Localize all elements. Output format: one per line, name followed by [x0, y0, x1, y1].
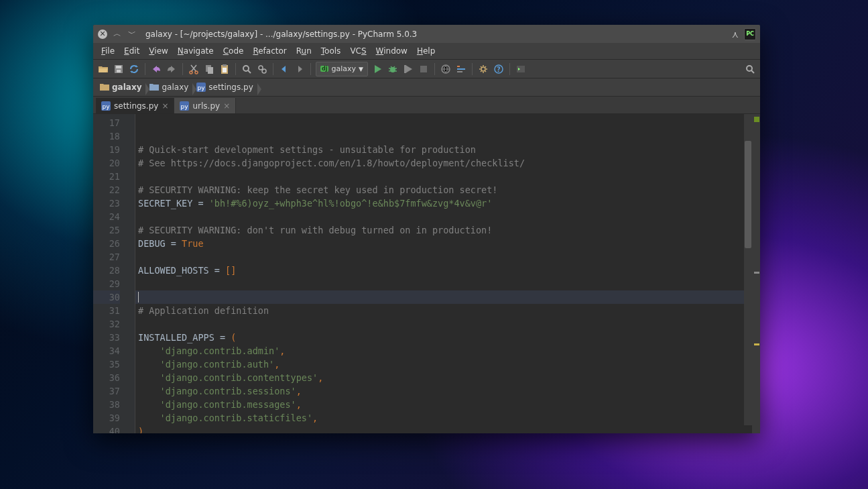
vcs-icon[interactable] [440, 63, 452, 75]
folder-icon [100, 83, 109, 91]
tab-close-icon[interactable]: × [162, 101, 168, 111]
text-caret [138, 292, 139, 303]
svg-rect-15 [420, 66, 427, 72]
settings-icon[interactable] [477, 63, 489, 75]
svg-rect-18 [457, 68, 465, 70]
code-line [135, 250, 752, 264]
open-icon[interactable] [97, 63, 109, 75]
pycharm-icon: PC [744, 28, 756, 40]
code-line: # See https://docs.djangoproject.com/en/… [135, 156, 752, 170]
replace-icon[interactable] [256, 63, 268, 75]
menu-view[interactable]: View [145, 45, 172, 57]
search-everywhere-icon[interactable] [744, 63, 756, 75]
window-options-icon[interactable]: ⋏ [732, 29, 739, 40]
error-stripe-mark[interactable] [754, 343, 759, 345]
toolbar-separator [434, 63, 435, 75]
error-stripe-mark[interactable] [754, 117, 759, 122]
sync-icon[interactable] [128, 63, 140, 75]
menubar: File Edit View Navigate Code Refactor Ru… [93, 43, 760, 60]
breadcrumb-label: galaxy [162, 83, 188, 92]
menu-window[interactable]: Window [372, 45, 412, 57]
save-icon[interactable] [113, 63, 125, 75]
python-console-icon[interactable] [515, 63, 527, 75]
tab-close-icon[interactable]: × [223, 101, 230, 111]
toolbar-separator [145, 63, 145, 75]
svg-text:?: ? [497, 66, 501, 73]
code-line: DEBUG = True [135, 237, 752, 250]
copy-icon[interactable] [203, 63, 215, 75]
titlebar: ✕ ︿ ﹀ galaxy - [~/projects/galaxy] - ...… [93, 25, 760, 43]
breadcrumb-folder[interactable]: galaxy [147, 81, 194, 93]
svg-text:py: py [198, 85, 206, 91]
code-line: 'django.contrib.sessions', [135, 384, 752, 398]
menu-help[interactable]: Help [413, 45, 439, 57]
cut-icon[interactable] [188, 63, 200, 75]
breadcrumb-label: settings.py [208, 83, 253, 92]
paste-icon[interactable] [219, 63, 231, 75]
code-area[interactable]: # Quick-start development settings - uns… [135, 114, 752, 433]
code-line: 'django.contrib.contenttypes', [135, 371, 752, 384]
menu-refactor[interactable]: Refactor [249, 45, 290, 57]
code-line: 'django.contrib.auth', [135, 358, 752, 371]
scrollbar-thumb[interactable] [745, 141, 751, 248]
toolbar-separator [235, 63, 236, 75]
forward-icon[interactable] [294, 63, 306, 75]
svg-rect-1 [116, 66, 121, 68]
run-config-selector[interactable]: dj galaxy ▼ [316, 62, 368, 76]
code-editor[interactable]: 1718192021222324252627282930313233343536… [93, 114, 760, 433]
find-icon[interactable] [241, 63, 253, 75]
back-icon[interactable] [278, 63, 290, 75]
code-line: # Quick-start development settings - uns… [135, 143, 752, 156]
menu-code[interactable]: Code [219, 45, 248, 57]
toolbar-separator [273, 63, 273, 75]
window-title: galaxy - [~/projects/galaxy] - .../galax… [145, 30, 732, 39]
breadcrumb-label: galaxy [112, 83, 141, 92]
error-stripe-mark[interactable] [754, 272, 759, 274]
svg-point-20 [481, 67, 485, 71]
undo-icon[interactable] [150, 63, 162, 75]
code-line: SECRET_KEY = 'bh!#%6)oyz_+whph3e^hl%!obg… [135, 197, 752, 210]
redo-icon[interactable] [166, 63, 178, 75]
breadcrumb-file[interactable]: py settings.py [194, 81, 258, 93]
menu-file[interactable]: File [97, 45, 119, 57]
svg-point-10 [243, 66, 249, 71]
help-icon[interactable]: ? [493, 63, 505, 75]
tab-urls[interactable]: py urls.py × [174, 98, 236, 113]
code-line [135, 210, 752, 223]
structure-icon[interactable] [455, 63, 467, 75]
window-shade-down-button[interactable]: ﹀ [127, 29, 137, 40]
svg-text:py: py [181, 103, 189, 110]
error-stripe[interactable] [752, 114, 760, 433]
svg-rect-9 [223, 68, 227, 72]
run-icon[interactable] [371, 63, 383, 75]
svg-point-13 [390, 67, 395, 72]
tab-settings[interactable]: py settings.py × [96, 98, 174, 113]
code-line [135, 129, 752, 143]
window-close-button[interactable]: ✕ [97, 29, 108, 40]
toolbar-separator [509, 63, 510, 75]
folder-icon [149, 83, 159, 91]
menu-navigate[interactable]: Navigate [174, 45, 218, 57]
code-line [135, 116, 752, 129]
menu-tools[interactable]: Tools [317, 45, 345, 57]
code-line: ALLOWED_HOSTS = [] [135, 264, 752, 277]
svg-rect-6 [208, 67, 213, 74]
breadcrumb-bar: galaxy galaxy py settings.py [93, 78, 760, 97]
stop-icon[interactable] [418, 63, 430, 75]
code-line [135, 277, 752, 290]
vertical-scrollbar[interactable] [744, 114, 752, 425]
run-config-name: galaxy [331, 64, 356, 73]
menu-vcs[interactable]: VCS [346, 45, 370, 57]
editor-tabs: py settings.py × py urls.py × [93, 97, 760, 114]
window-shade-up-button[interactable]: ︿ [112, 29, 123, 40]
python-file-icon: py [196, 83, 206, 92]
menu-run[interactable]: Run [292, 45, 316, 57]
svg-rect-17 [457, 66, 460, 67]
svg-point-3 [190, 71, 192, 74]
coverage-icon[interactable] [402, 63, 414, 75]
django-badge-icon: dj [320, 66, 328, 72]
debug-icon[interactable] [387, 63, 399, 75]
python-file-icon: py [180, 101, 189, 111]
menu-edit[interactable]: Edit [120, 45, 143, 57]
breadcrumb-root[interactable]: galaxy [97, 81, 147, 93]
